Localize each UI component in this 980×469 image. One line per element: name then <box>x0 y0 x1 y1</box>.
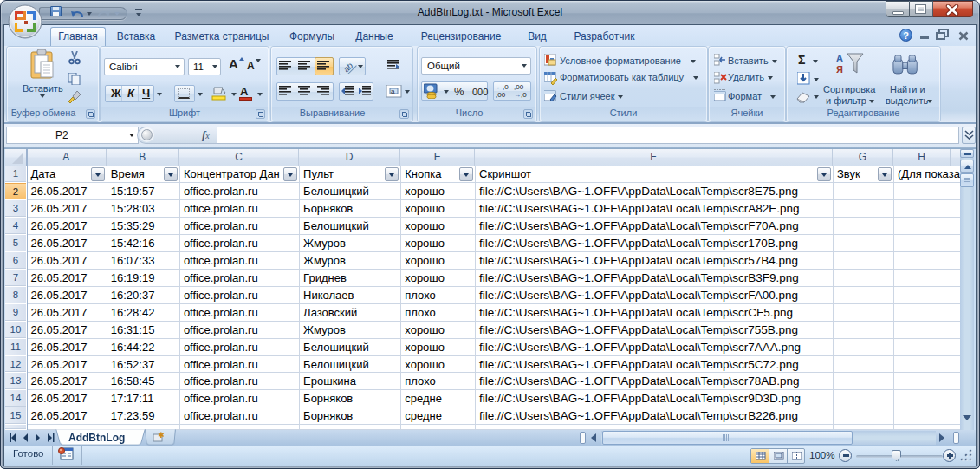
svg-text:ab: ab <box>341 61 355 74</box>
svg-text:a: a <box>391 88 395 95</box>
svg-text:А: А <box>836 53 843 63</box>
svg-text:Я: Я <box>836 64 843 75</box>
svg-text:✱: ✱ <box>158 432 165 440</box>
